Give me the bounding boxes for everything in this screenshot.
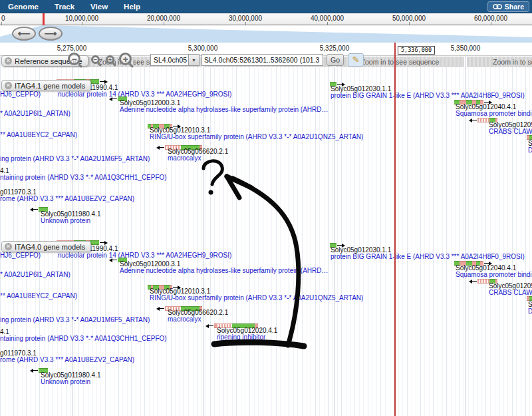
- gene-segment: [90, 79, 99, 84]
- go-button[interactable]: Go: [327, 54, 344, 66]
- gene-segment: [477, 279, 489, 284]
- menu-bar: GenomeTrackViewHelp Share: [0, 0, 532, 13]
- gene-description-label[interactable]: RING/U-box superfamily protein (AHRD V3.…: [150, 134, 363, 140]
- track-tab-label: ITAG4.0 gene models: [15, 243, 85, 251]
- partial-gene-label[interactable]: D: [528, 308, 532, 315]
- strand-arrow-icon: [100, 242, 105, 243]
- highlight-tool-button[interactable]: ✎: [348, 53, 364, 67]
- gene-glyph[interactable]: [527, 296, 532, 301]
- track-tab-label: ITAG4.1 gene models: [15, 82, 85, 90]
- gene-description-label[interactable]: Squamosa promoter binding: [456, 110, 532, 117]
- overview-tick-label: 20,000,000: [147, 15, 180, 22]
- overview-tick-label: 60,000,000: [474, 15, 507, 22]
- ruler-tick-label: 5,325,000: [320, 45, 350, 52]
- menu-item-genome[interactable]: Genome: [0, 0, 47, 13]
- menu-item-help[interactable]: Help: [116, 0, 148, 13]
- overview-tick-mark: [1, 22, 2, 25]
- partial-gene-label[interactable]: HJ6_CEPFO): [0, 252, 41, 259]
- strand-arrow-icon: [208, 325, 213, 326]
- strand-arrow-icon: [33, 209, 38, 210]
- overview-tick-mark: [327, 22, 328, 25]
- partial-gene-label[interactable]: ing protein (AHRD V3.3 *-* A0A2U1M6F5_AR…: [0, 317, 150, 323]
- partial-gene-label[interactable]: rome (AHRD V3.3 *** A0A1U8EZV2_CAPAN): [0, 196, 134, 202]
- gene-description-label[interactable]: Squamosa promoter binding: [456, 272, 532, 278]
- gene-description-label[interactable]: Unknown protein: [41, 379, 90, 385]
- overview-tick-label: 50,000,000: [392, 15, 426, 22]
- overview-tick-mark: [409, 22, 410, 25]
- major-gridline: [334, 52, 335, 416]
- overview-tick-label: 10,000,000: [65, 15, 98, 22]
- gene-description-label[interactable]: Adenine nucleotide alpha hydrolases-like…: [120, 106, 329, 113]
- ruler-tick-label: 5,275,000: [57, 45, 87, 52]
- partial-gene-label[interactable]: ing protein (AHRD V3.3 *-* A0A2U1M6F5_AR…: [0, 156, 150, 162]
- gene-description-label[interactable]: macrocalyx: [168, 155, 201, 162]
- track-tab-itag41-gene-models[interactable]: ×ITAG4.1 gene models: [1, 80, 91, 91]
- partial-gene-label[interactable]: D: [528, 147, 532, 154]
- ruler-tick-label: 5,350,000: [451, 45, 481, 52]
- menu-item-track[interactable]: Track: [47, 0, 82, 13]
- gene-description-label[interactable]: CRABS CLAW b: [489, 128, 532, 135]
- gene-segment: [529, 296, 532, 301]
- gene-description-label[interactable]: ripening inhibitor: [217, 334, 265, 341]
- gene-description-label[interactable]: Adenine nucleotide alpha hydrolases-like…: [120, 268, 329, 274]
- strand-arrow-icon: [471, 281, 477, 282]
- gene-glyph[interactable]: [527, 135, 532, 140]
- strand-arrow-icon: [33, 370, 38, 371]
- chromosome-select-arrow-icon[interactable]: ▼: [189, 54, 200, 66]
- link-icon: [493, 4, 502, 9]
- partial-gene-label[interactable]: HJ6_CEPFO): [0, 91, 41, 98]
- track-tab-itag40-gene-models[interactable]: ×ITAG4.0 gene models: [1, 241, 91, 252]
- strand-arrow-icon: [337, 84, 342, 85]
- gene-description-label[interactable]: RING/U-box superfamily protein (AHRD V3.…: [150, 295, 363, 302]
- partial-gene-label[interactable]: * A0A2U1P6I1_ARTAN): [0, 110, 70, 117]
- overview-tick-label: 0: [1, 15, 5, 22]
- overview-tick-mark: [82, 22, 82, 25]
- partial-gene-label[interactable]: rome (AHRD V3.3 *** A0A1U8EZV2_CAPAN): [0, 357, 134, 363]
- navigation-toolbar: ⟵ ⟶ − − + + SL4.0ch05 ▼ Go ✎: [0, 25, 532, 43]
- gene-segment: [90, 240, 99, 245]
- gene-segment: [477, 118, 489, 122]
- chromosome-select[interactable]: SL4.0ch05: [150, 54, 189, 66]
- close-track-icon[interactable]: ×: [5, 82, 12, 89]
- partial-gene-label[interactable]: * A0A2U1P6I1_ARTAN): [0, 272, 70, 278]
- gene-description-label[interactable]: macrocalyx: [168, 316, 201, 323]
- strand-arrow-icon: [159, 147, 164, 148]
- overview-tick-mark: [164, 22, 164, 25]
- overview-position-marker: [43, 13, 45, 25]
- zoom-to-see-sequence-box: Zoom in to see sequence: [467, 57, 532, 67]
- strand-arrow-icon: [484, 102, 489, 103]
- gene-description-label[interactable]: Unknown protein: [41, 218, 90, 224]
- menu-item-view[interactable]: View: [82, 0, 116, 13]
- close-track-icon[interactable]: ×: [5, 243, 12, 250]
- zoom-in-far-icon[interactable]: +: [119, 53, 132, 65]
- gene-description-label[interactable]: CRABS CLAW b: [489, 290, 532, 296]
- partial-gene-label[interactable]: ** A0A1U8EYC2_CAPAN): [0, 293, 77, 300]
- gene-description-label[interactable]: nucleolar protein 14 (AHRD V3.3 *** A0A2…: [58, 91, 231, 98]
- highlighter-icon: ✎: [352, 55, 360, 65]
- location-input[interactable]: [201, 54, 323, 66]
- pan-right-button[interactable]: ⟶: [39, 27, 63, 41]
- zoom-in-icon[interactable]: +: [106, 55, 114, 64]
- position-marker-line: [394, 43, 396, 416]
- overview-tick-mark: [245, 22, 246, 25]
- overview-tick-label: 40,000,000: [311, 15, 344, 22]
- gene-description-label[interactable]: nucleolar protein 14 (AHRD V3.3 *** A0A2…: [58, 252, 231, 259]
- zoom-out-icon[interactable]: −: [91, 55, 100, 64]
- strand-arrow-icon: [112, 260, 117, 260]
- zoom-out-far-icon[interactable]: −: [68, 53, 80, 65]
- share-label: Share: [505, 3, 524, 11]
- strand-arrow-icon: [337, 245, 342, 246]
- share-button[interactable]: Share: [487, 1, 529, 12]
- overview-ruler[interactable]: 010,000,00020,000,00030,000,00040,000,00…: [0, 13, 532, 25]
- partial-gene-label[interactable]: ntaining protein (AHRD V3.3 *-* A0A1Q3CH…: [0, 335, 167, 342]
- partial-gene-label[interactable]: ** A0A1U8EYC2_CAPAN): [0, 132, 77, 138]
- close-track-icon[interactable]: ×: [5, 57, 12, 65]
- pan-left-button[interactable]: ⟵: [12, 27, 36, 41]
- position-marker-tooltip: 5,336,000: [398, 46, 435, 55]
- gene-description-label[interactable]: protein BIG GRAIN 1-like E (AHRD V3.3 **…: [331, 254, 525, 260]
- view-wedge: [0, 25, 532, 43]
- strand-arrow-icon: [112, 99, 117, 99]
- strand-arrow-icon: [159, 308, 164, 309]
- partial-gene-label[interactable]: ntaining protein (AHRD V3.3 *-* A0A1Q3CH…: [0, 174, 167, 181]
- gene-description-label[interactable]: protein BIG GRAIN 1-like E (AHRD V3.3 **…: [331, 93, 525, 99]
